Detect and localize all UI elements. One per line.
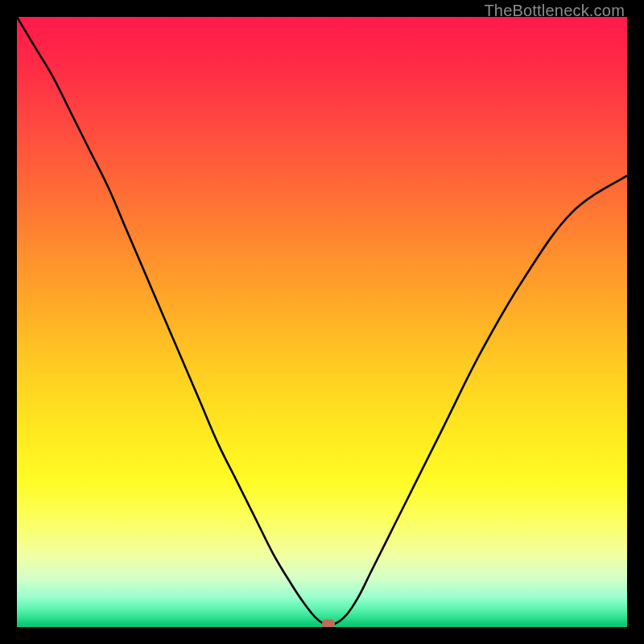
chart-container: TheBottleneck.com	[0, 0, 644, 644]
curve-svg	[17, 17, 627, 627]
bottleneck-curve	[17, 17, 627, 625]
plot-area	[17, 17, 627, 627]
marker-dot	[322, 620, 335, 627]
watermark: TheBottleneck.com	[484, 2, 625, 20]
